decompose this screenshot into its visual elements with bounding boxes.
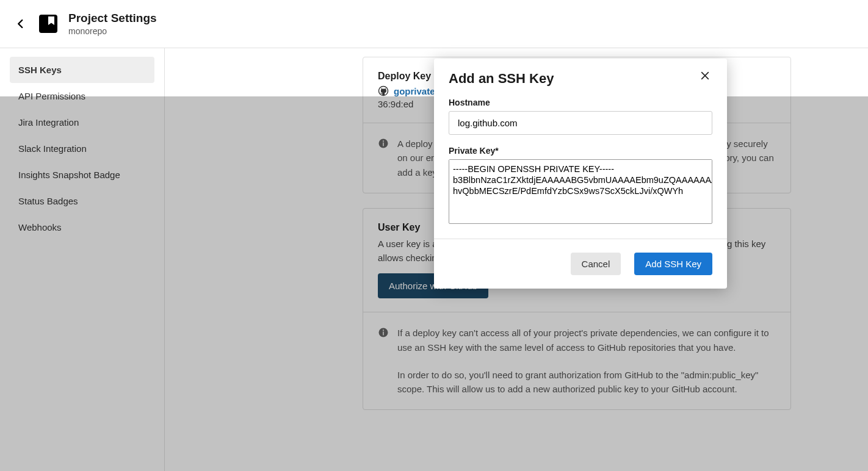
- bookmark-icon: [48, 16, 54, 25]
- repo-link[interactable]: goprivate: [394, 86, 435, 96]
- sidebar-label: SSH Keys: [18, 65, 62, 75]
- sidebar-item-ssh-keys[interactable]: SSH Keys: [10, 57, 154, 83]
- chevron-left-icon: [15, 18, 26, 29]
- private-key-textarea[interactable]: [449, 160, 712, 221]
- cancel-button[interactable]: Cancel: [571, 253, 621, 275]
- back-button[interactable]: [13, 16, 28, 31]
- header-titles: Project Settings monorepo: [68, 12, 157, 36]
- private-key-label: Private Key*: [449, 146, 712, 156]
- page-title: Project Settings: [68, 12, 157, 25]
- github-icon: [378, 85, 389, 96]
- project-name: monorepo: [68, 26, 157, 36]
- hostname-input[interactable]: [449, 111, 712, 135]
- page-header: Project Settings monorepo: [0, 0, 868, 48]
- button-label: Add SSH Key: [645, 259, 701, 269]
- modal-close-button[interactable]: [698, 68, 712, 83]
- hostname-label: Hostname: [449, 98, 712, 107]
- button-label: Cancel: [582, 259, 610, 269]
- add-ssh-key-modal: Add an SSH Key Hostname Private Key* Can…: [434, 59, 727, 289]
- app-logo: [39, 15, 57, 33]
- close-icon: [700, 71, 710, 81]
- add-ssh-key-button[interactable]: Add SSH Key: [634, 253, 712, 275]
- modal-title: Add an SSH Key: [449, 71, 554, 87]
